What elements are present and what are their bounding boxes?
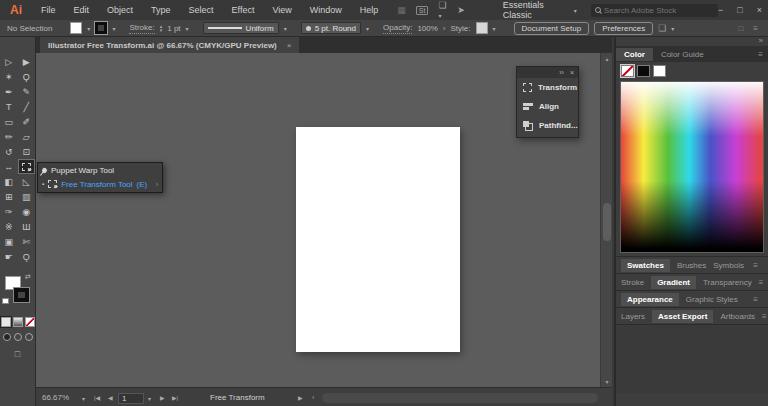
dock-collapse-strip[interactable]: »: [616, 37, 768, 46]
next-artboard-icon[interactable]: ▶: [160, 394, 165, 401]
minimize-button[interactable]: −: [718, 5, 723, 15]
stroke-proxy-swatch[interactable]: [14, 288, 29, 302]
gradient-tool-button[interactable]: ▥: [18, 189, 36, 204]
tab-gradient[interactable]: Gradient: [651, 276, 696, 289]
vertical-scrollbar[interactable]: ▴ ▾: [600, 53, 612, 387]
blend-tool-button[interactable]: ◉: [18, 204, 36, 219]
menu-object[interactable]: Object: [98, 5, 142, 15]
close-panel-icon[interactable]: ×: [570, 69, 574, 76]
artboard-chevron-icon[interactable]: ▾: [148, 395, 151, 402]
free-transform-tool-button[interactable]: [18, 159, 36, 174]
hand-tool-button[interactable]: ☛: [0, 249, 18, 264]
gradient-mode-button[interactable]: [13, 317, 23, 327]
stroke-weight-stepper[interactable]: ▴▾: [160, 24, 163, 32]
align-options-icon[interactable]: ❏: [658, 23, 666, 33]
fill-color-swatch[interactable]: [70, 22, 82, 34]
rotate-tool-button[interactable]: ↺: [0, 144, 18, 159]
opacity-value[interactable]: 100%: [417, 24, 437, 33]
opacity-more-icon[interactable]: ›: [443, 24, 446, 33]
default-fill-stroke-icon[interactable]: [2, 298, 9, 304]
panel-menu-icon[interactable]: ≡: [753, 295, 758, 304]
menu-window[interactable]: Window: [301, 5, 351, 15]
symbol-sprayer-tool-button[interactable]: ※: [0, 219, 18, 234]
swap-fill-stroke-icon[interactable]: ⇄: [25, 273, 31, 281]
line-segment-tool-button[interactable]: ╱: [18, 99, 36, 114]
rectangle-tool-button[interactable]: ▭: [0, 114, 18, 129]
mesh-tool-button[interactable]: ⊞: [0, 189, 18, 204]
close-button[interactable]: ×: [757, 5, 762, 15]
none-swatch[interactable]: [621, 65, 634, 77]
workspace-selector[interactable]: Essentials Classic ▾: [503, 0, 577, 20]
prev-artboard-icon[interactable]: ◀: [108, 394, 113, 401]
last-artboard-icon[interactable]: ▶|: [172, 394, 178, 401]
perspective-grid-tool-button[interactable]: ◺: [18, 174, 36, 189]
tab-color[interactable]: Color: [616, 48, 653, 61]
horizontal-scrollbar[interactable]: [322, 393, 598, 403]
magic-wand-tool-button[interactable]: ✶: [0, 69, 18, 84]
white-swatch[interactable]: [653, 65, 666, 77]
draw-inside-button[interactable]: [25, 333, 33, 341]
scroll-left-icon[interactable]: ‹: [312, 394, 314, 401]
black-swatch[interactable]: [637, 65, 650, 77]
tab-graphic-styles[interactable]: Graphic Styles: [686, 295, 738, 304]
tab-transparency[interactable]: Transparency: [703, 278, 752, 287]
shape-builder-tool-button[interactable]: ◧: [0, 174, 18, 189]
style-swatch[interactable]: [476, 22, 488, 34]
vertical-scroll-thumb[interactable]: [603, 203, 611, 241]
zoom-tool-button[interactable]: Ǫ: [18, 249, 36, 264]
style-chevron-icon[interactable]: ▾: [493, 25, 496, 32]
scroll-down-icon[interactable]: ▾: [601, 378, 613, 385]
color-spectrum-picker[interactable]: [620, 81, 764, 253]
brush-chevron-icon[interactable]: ▾: [366, 25, 369, 32]
artboard-tool-button[interactable]: ▣: [0, 234, 18, 249]
fill-chevron-icon[interactable]: ▾: [87, 25, 90, 32]
curvature-tool-button[interactable]: ✎: [18, 84, 36, 99]
adobe-stock-icon[interactable]: St: [416, 6, 429, 15]
menu-view[interactable]: View: [263, 5, 300, 15]
eraser-tool-button[interactable]: ▱: [18, 129, 36, 144]
selection-tool-button[interactable]: ▷: [0, 54, 18, 69]
change-screen-mode-button[interactable]: □: [0, 349, 35, 359]
direct-selection-tool-button[interactable]: ▶: [18, 54, 36, 69]
menu-select[interactable]: Select: [180, 5, 223, 15]
brush-definition-select[interactable]: 5 pt. Round: [301, 22, 361, 34]
preferences-button[interactable]: Preferences: [594, 22, 653, 35]
workspace-switcher-icon[interactable]: ❏ ▾: [438, 0, 447, 20]
menu-type[interactable]: Type: [142, 5, 180, 15]
document-setup-button[interactable]: Document Setup: [514, 22, 590, 35]
tab-stroke[interactable]: Stroke: [621, 278, 644, 287]
options-chevron-icon[interactable]: ▾: [671, 25, 674, 32]
panel-list-icon[interactable]: ≡: [753, 24, 758, 33]
panel-menu-icon[interactable]: ≡: [758, 50, 763, 59]
draw-behind-button[interactable]: [14, 333, 22, 341]
artboard[interactable]: [296, 127, 460, 352]
artboard-number-field[interactable]: [118, 393, 144, 404]
flyout-item-free-transform[interactable]: ▪ Free Transform Tool (E) ›: [38, 177, 162, 191]
canvas-area[interactable]: Puppet Warp Tool ▪ Free Transform Tool (…: [36, 53, 600, 387]
graph-tool-button[interactable]: Ш: [18, 219, 36, 234]
stroke-weight-chevron-icon[interactable]: ▾: [186, 25, 189, 32]
scroll-up-icon[interactable]: ▴: [601, 55, 613, 62]
fullscreen-icon[interactable]: □: [738, 24, 743, 33]
menu-effect[interactable]: Effect: [223, 5, 264, 15]
arrange-documents-icon[interactable]: ▦: [397, 5, 406, 15]
document-tab[interactable]: Illustrator Free Transform.ai @ 66.67% (…: [40, 37, 299, 53]
draw-normal-button[interactable]: [3, 333, 11, 341]
scale-tool-button[interactable]: ⊡: [18, 144, 36, 159]
tab-close-icon[interactable]: ×: [287, 41, 292, 50]
panel-menu-icon[interactable]: ≡: [753, 261, 758, 270]
search-input[interactable]: [604, 6, 714, 15]
panel-menu-icon[interactable]: ≡: [762, 312, 767, 321]
restore-button[interactable]: □: [737, 5, 742, 15]
variable-width-profile-select[interactable]: Uniform: [203, 22, 279, 34]
tab-asset-export[interactable]: Asset Export: [652, 310, 713, 323]
panel-menu-icon[interactable]: ≡: [759, 278, 764, 287]
type-tool-button[interactable]: T: [0, 99, 18, 114]
tab-symbols[interactable]: Symbols: [713, 261, 744, 270]
tab-brushes[interactable]: Brushes: [677, 261, 706, 270]
pen-tool-button[interactable]: ✒: [0, 84, 18, 99]
width-profile-chevron-icon[interactable]: ▾: [284, 25, 287, 32]
none-mode-button[interactable]: [25, 317, 35, 327]
lasso-tool-button[interactable]: Ϙ: [18, 69, 36, 84]
stock-search-box[interactable]: [591, 4, 718, 17]
